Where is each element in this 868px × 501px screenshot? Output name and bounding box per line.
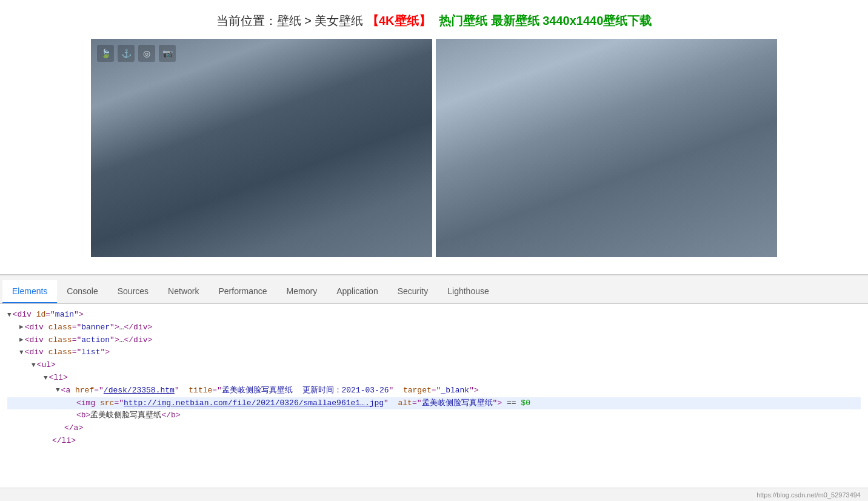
code-line-8: <img src="http://img.netbian.com/file/20… xyxy=(7,397,861,410)
breadcrumb: 当前位置：壁纸 > 美女壁纸 【4K壁纸】 热门壁纸 最新壁纸 3440x144… xyxy=(0,12,868,29)
arrow-ul xyxy=(32,360,36,371)
code-line-5: <ul> xyxy=(7,359,861,372)
images-row: 🍃 ⚓ ◎ 📷 xyxy=(0,39,868,257)
code-line-1: <div id="main"> xyxy=(7,309,861,321)
code-line-11: </li> xyxy=(7,435,861,448)
arrow-list xyxy=(19,348,24,358)
tab-network[interactable]: Network xyxy=(158,280,209,303)
icon-2: ⚓ xyxy=(118,45,135,62)
status-url: https://blog.csdn.net/m0_52973494 xyxy=(756,491,861,499)
icon-4: 📷 xyxy=(159,45,176,62)
code-line-2: <div class="banner">…</div> xyxy=(7,321,861,334)
hot-links[interactable]: 热门壁纸 最新壁纸 3440x1440壁纸下载 xyxy=(439,14,652,27)
bracket-link[interactable]: 【4K壁纸】 xyxy=(367,14,431,27)
code-line-10: </a> xyxy=(7,422,861,435)
tab-performance[interactable]: Performance xyxy=(209,280,276,303)
icon-3: ◎ xyxy=(138,45,155,62)
elements-code-panel[interactable]: <div id="main"> <div class="banner">…</d… xyxy=(0,304,868,488)
code-line-3: <div class="action">…</div> xyxy=(7,334,861,347)
tab-memory[interactable]: Memory xyxy=(277,280,327,303)
arrow-action xyxy=(19,335,24,346)
image-2 xyxy=(436,39,777,257)
arrow-li xyxy=(44,373,48,384)
breadcrumb-text: 当前位置：壁纸 > 美女壁纸 xyxy=(216,14,364,27)
tab-security[interactable]: Security xyxy=(388,280,438,303)
arrow-main xyxy=(7,310,12,321)
icon-1: 🍃 xyxy=(97,45,114,62)
status-bar: https://blog.csdn.net/m0_52973494 xyxy=(0,488,868,501)
image-1: 🍃 ⚓ ◎ 📷 xyxy=(91,39,432,257)
arrow-banner xyxy=(19,322,24,333)
code-line-6: <li> xyxy=(7,372,861,385)
tab-sources[interactable]: Sources xyxy=(108,280,158,303)
webpage-content: 当前位置：壁纸 > 美女壁纸 【4K壁纸】 热门壁纸 最新壁纸 3440x144… xyxy=(0,0,868,274)
tab-application[interactable]: Application xyxy=(327,280,388,303)
image-icons: 🍃 ⚓ ◎ 📷 xyxy=(97,45,176,62)
tab-console[interactable]: Console xyxy=(57,280,107,303)
code-line-7: <a href="/desk/23358.htm" title="孟美岐侧脸写真… xyxy=(7,385,861,397)
tab-elements[interactable]: Elements xyxy=(2,280,57,303)
code-line-4: <div class="list"> xyxy=(7,346,861,359)
code-line-9: <b>孟美岐侧脸写真壁纸</b> xyxy=(7,409,861,422)
devtools-tabs: Elements Console Sources Network Perform… xyxy=(0,275,868,304)
devtools-panel: Elements Console Sources Network Perform… xyxy=(0,274,868,501)
arrow-a xyxy=(56,385,60,396)
tab-lighthouse[interactable]: Lighthouse xyxy=(438,280,499,303)
